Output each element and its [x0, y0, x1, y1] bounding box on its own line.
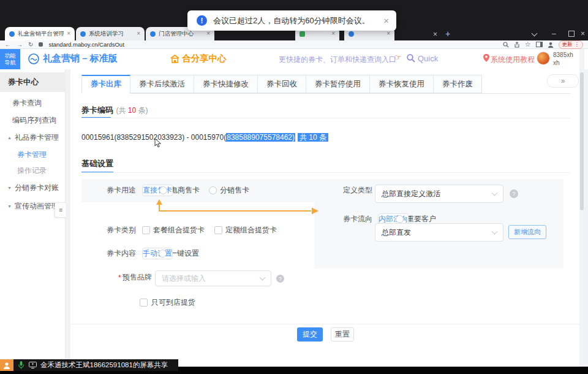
- card-flow-select[interactable]: 总部直发: [375, 223, 503, 242]
- content-tab[interactable]: 券卡回收: [258, 75, 306, 93]
- card-code-range[interactable]: 00015961(8385291502033923) - 00015970(83…: [81, 132, 328, 143]
- expand-arrow-icon[interactable]: ▼: [7, 204, 12, 208]
- define-type-row: 定义类型: [343, 185, 378, 196]
- collapse-arrow-icon[interactable]: ▲: [7, 135, 12, 140]
- reload-icon[interactable]: ↻: [28, 42, 33, 48]
- promo-text: 更快捷的券卡、订单和快递查询入口: [279, 55, 396, 65]
- user-avatar[interactable]: [537, 52, 550, 65]
- bookmark-star-icon[interactable]: ☆: [525, 41, 531, 48]
- radio-option[interactable]: 分销售卡: [209, 185, 249, 196]
- card-flow-value: 总部直发: [375, 224, 503, 241]
- checkbox-option[interactable]: 定额组合提货卡: [214, 225, 277, 235]
- new-tab-icon[interactable]: +: [445, 29, 450, 38]
- settings-divider: [81, 172, 570, 173]
- sidebar-item[interactable]: 券卡查询: [12, 98, 42, 109]
- content-tab[interactable]: 券卡恢复使用: [370, 75, 434, 93]
- option-label: 一键设置: [170, 248, 199, 259]
- profile-icon[interactable]: [548, 42, 554, 48]
- option-label: 定额组合提货卡: [225, 225, 277, 235]
- sidebar-item[interactable]: ▼宣传动画管理: [7, 201, 59, 212]
- radio-control[interactable]: [209, 186, 217, 194]
- tab-close-icon[interactable]: ×: [206, 31, 210, 37]
- expand-button[interactable]: »: [547, 74, 579, 88]
- presale-brand-row: * 预售品牌: [118, 272, 157, 283]
- quick-search-icon[interactable]: [407, 54, 415, 63]
- radio-control[interactable]: [396, 215, 404, 223]
- radio-control[interactable]: [159, 250, 167, 258]
- sidebar-collapse-button[interactable]: ≡: [55, 202, 67, 218]
- function-nav-toggle[interactable]: 功能 导航: [0, 49, 20, 69]
- tab-close-icon[interactable]: ×: [433, 31, 437, 38]
- share-center-icon: [170, 55, 179, 63]
- window-maximize-icon[interactable]: [568, 31, 575, 37]
- presale-brand-label: 预售品牌: [123, 272, 152, 283]
- checkbox-control[interactable]: [142, 226, 150, 234]
- window-minimize-icon[interactable]: –: [552, 30, 556, 37]
- checkbox-option[interactable]: 套餐组合提货卡: [142, 225, 205, 235]
- tab-close-icon[interactable]: ×: [67, 31, 70, 37]
- sidebar-item[interactable]: 券卡管理: [17, 150, 47, 160]
- tab-close-icon[interactable]: ×: [331, 31, 335, 37]
- browser-tab[interactable]: 礼盒营销平台管理中心×: [5, 27, 75, 40]
- back-icon[interactable]: ←: [5, 42, 11, 48]
- radio-option[interactable]: 手动设置: [142, 248, 150, 259]
- sidebar-item[interactable]: ▼分销券卡对账: [7, 183, 59, 193]
- scrollbar-thumb[interactable]: [580, 72, 584, 210]
- window-close-icon[interactable]: ×: [581, 30, 585, 37]
- side-panel-icon[interactable]: [536, 42, 543, 47]
- kebab-menu-icon[interactable]: ⋮: [575, 42, 580, 47]
- radio-option[interactable]: 直接售卡: [142, 185, 150, 196]
- store-pickup-checkbox[interactable]: [140, 299, 148, 307]
- settings-section-title: 基础设置: [81, 158, 113, 169]
- add-flow-button[interactable]: 新增流向: [508, 225, 546, 239]
- url-text[interactable]: standard.maboy.cn/CardsOut: [48, 41, 124, 48]
- share-bar-text: 金禾通技术王斌18662591081的屏幕共享: [40, 361, 168, 370]
- content-tab[interactable]: 券卡后续激活: [130, 75, 194, 93]
- content-tab[interactable]: 券卡出库: [81, 75, 130, 94]
- expand-arrow-icon[interactable]: ▼: [7, 186, 12, 190]
- nav-toggle-line2: 导航: [5, 59, 16, 66]
- tab-close-icon[interactable]: ×: [386, 31, 390, 37]
- toast-close-icon[interactable]: ×: [383, 16, 389, 25]
- forward-icon[interactable]: →: [17, 42, 23, 48]
- tab-close-icon[interactable]: ×: [137, 31, 140, 37]
- store-pickup-row[interactable]: 只可到店提货: [140, 297, 195, 308]
- define-type-help-icon[interactable]: ?: [510, 189, 518, 198]
- sidebar-item-label: 券卡查询: [12, 98, 42, 109]
- footer-divider: [70, 324, 579, 324]
- share-center-link[interactable]: 合分享中心: [170, 53, 227, 64]
- required-asterisk: *: [118, 273, 121, 282]
- content-tab[interactable]: 券卡作废: [434, 75, 482, 93]
- site-info-icon[interactable]: [39, 42, 43, 47]
- tutorial-link[interactable]: 系统使用教程: [491, 55, 535, 65]
- microphone-icon: [18, 361, 24, 369]
- share-icon[interactable]: [514, 42, 520, 48]
- sidebar-item-label: 宣传动画管理: [15, 201, 59, 212]
- presale-brand-help-icon[interactable]: ?: [276, 275, 284, 283]
- sidebar-item-label: 分销券卡对账: [15, 183, 59, 193]
- radio-control[interactable]: [159, 186, 167, 194]
- screen-share-bar: 金禾通技术王斌18662591081的屏幕共享: [0, 359, 178, 371]
- quick-link[interactable]: Quick: [418, 54, 438, 63]
- reset-button[interactable]: 重置: [331, 327, 354, 342]
- browser-toolbar: ← → ↻ standard.maboy.cn/CardsOut ☆ 更新⋮: [0, 40, 588, 49]
- checkbox-control[interactable]: [214, 226, 222, 234]
- sidebar-item[interactable]: ▲礼品券卡管理: [7, 132, 59, 143]
- sidebar-item[interactable]: 编码序列查询: [12, 115, 56, 126]
- content-tab-bar: 券卡出库券卡后续激活券卡快捷修改券卡回收券卡暂停使用券卡恢复使用券卡作废: [81, 75, 570, 94]
- user-name: 8385xh xh: [553, 51, 573, 67]
- codes-divider: [81, 118, 570, 118]
- content-tab[interactable]: 券卡快捷修改: [194, 75, 258, 93]
- zoom-icon[interactable]: [503, 42, 509, 48]
- browser-update-button[interactable]: 更新⋮: [559, 40, 584, 49]
- submit-button[interactable]: 提交: [297, 327, 323, 342]
- browser-tab[interactable]: 系统培训学习×: [76, 27, 145, 40]
- tab-label: 门店管理中心: [159, 30, 203, 38]
- code-count-badge: 共 10 条: [298, 133, 328, 142]
- presale-brand-select[interactable]: 请选择或输入: [155, 270, 271, 286]
- define-type-select[interactable]: 总部直接定义激活: [375, 185, 503, 203]
- content-tab[interactable]: 券卡暂停使用: [306, 75, 370, 93]
- sidebar-item[interactable]: 操作记录: [17, 166, 47, 176]
- meeting-toast: ! 会议已超过2人，自动转为60分钟限时会议。 ×: [187, 10, 396, 31]
- tab-favicon: [349, 31, 354, 37]
